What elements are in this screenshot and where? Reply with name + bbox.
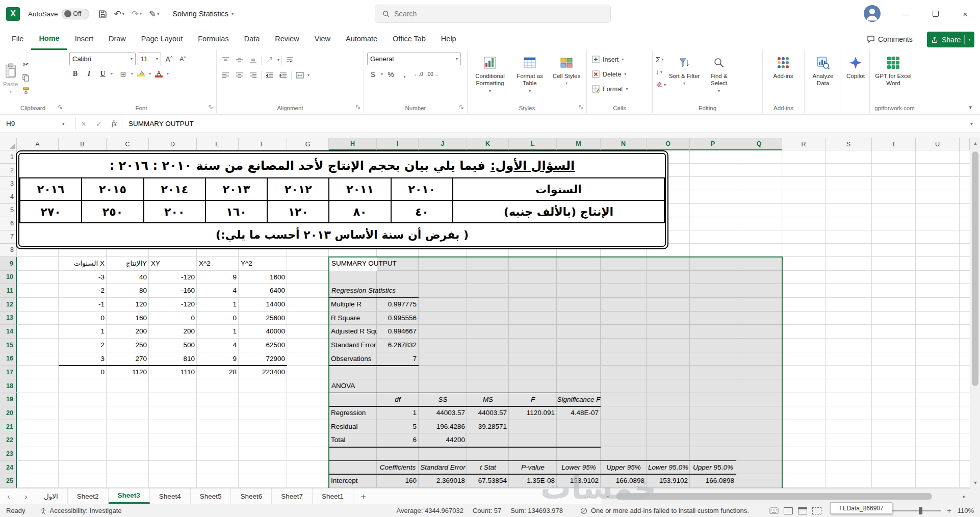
vertical-scroll-thumb[interactable] — [972, 151, 978, 386]
borders-button[interactable]: ⊞ — [117, 68, 129, 80]
column-header-Q[interactable]: Q — [736, 138, 782, 150]
alignment-dialog-launcher[interactable] — [355, 105, 362, 111]
conditional-formatting-button[interactable]: Conditional Formatting ▾ — [471, 53, 509, 94]
tab-formulas[interactable]: Formulas — [190, 28, 236, 50]
maximize-button[interactable] — [921, 0, 950, 28]
cell-styles-caret-icon[interactable]: ▾ — [565, 81, 568, 86]
align-middle-button[interactable] — [234, 54, 245, 66]
format-painter-button[interactable] — [20, 85, 32, 97]
save-button[interactable] — [98, 10, 107, 18]
tab-help[interactable]: Help — [433, 28, 464, 50]
undo-caret-icon[interactable]: ▾ — [122, 12, 124, 16]
zoom-slider-thumb[interactable] — [919, 507, 922, 514]
cell-E11[interactable]: 4 — [197, 284, 239, 298]
addin-warning[interactable]: One or more add-ins failed to install cu… — [580, 507, 749, 514]
vertical-scrollbar[interactable]: ▲ ▼ — [970, 138, 980, 488]
cell-E10[interactable]: 9 — [197, 271, 239, 285]
cell-H13[interactable]: R Square — [329, 312, 377, 325]
copy-button[interactable] — [20, 72, 32, 84]
cell-D13[interactable]: 0 — [149, 312, 197, 325]
column-header-B[interactable]: B — [59, 138, 107, 150]
align-right-button[interactable] — [247, 69, 259, 81]
insert-caret-icon[interactable]: ▾ — [622, 57, 624, 62]
row-header-7[interactable]: 7 — [0, 230, 17, 244]
cell-B16[interactable]: 3 — [59, 352, 107, 366]
sheet-tab-sheet2[interactable]: Sheet2 — [68, 488, 109, 504]
cell-I13[interactable]: 0.995556 — [377, 312, 419, 325]
fill-caret-icon[interactable]: ▾ — [660, 70, 662, 74]
cell-B12[interactable]: -1 — [59, 298, 107, 312]
cancel-entry-button[interactable]: × — [76, 120, 91, 128]
tab-draw[interactable]: Draw — [101, 28, 134, 50]
column-header-F[interactable]: F — [239, 138, 287, 150]
cell-I19[interactable]: df — [377, 393, 419, 407]
cell-J21[interactable]: 196.4286 — [419, 420, 467, 434]
autosum-button[interactable]: Σ▾ — [656, 54, 666, 65]
cell-N25[interactable]: 166.0898 — [601, 474, 647, 488]
insert-cells-button[interactable]: Insert▾ — [590, 53, 649, 66]
insert-function-button[interactable]: fx — [107, 120, 122, 128]
select-all-corner[interactable] — [0, 138, 17, 150]
row-header-2[interactable]: 2 — [0, 164, 17, 177]
delete-cells-button[interactable]: Delete▾ — [590, 67, 649, 81]
wrap-text-button[interactable] — [284, 54, 296, 66]
cell-J24[interactable]: Standard Error — [419, 461, 467, 475]
share-caret-icon[interactable]: ▾ — [968, 37, 970, 42]
column-header-N[interactable]: N — [601, 138, 647, 150]
cell-E13[interactable]: 0 — [197, 312, 239, 325]
row-header-22[interactable]: 22 — [0, 433, 17, 447]
cell-O25[interactable]: 153.9102 — [647, 474, 690, 488]
conditional-formatting-caret-icon[interactable]: ▾ — [489, 89, 491, 94]
document-title[interactable]: Solving Statistics▾ — [172, 10, 234, 18]
sheet-tab-menu-icon[interactable]: ⋯ — [584, 488, 591, 504]
clear-caret-icon[interactable]: ▾ — [664, 83, 666, 87]
accessibility-status[interactable]: Accessibility: Investigate — [40, 507, 122, 514]
font-color-button[interactable]: A — [153, 68, 165, 80]
cell-H14[interactable]: Adjusted R Square — [329, 325, 377, 339]
cell-H18[interactable]: ANOVA — [329, 379, 355, 393]
cell-F17[interactable]: 223400 — [239, 366, 287, 379]
increase-decimal-button[interactable]: ←.0 — [412, 68, 424, 80]
autosave-toggle[interactable]: AutoSave Off — [28, 9, 89, 19]
cell-K19[interactable]: MS — [467, 393, 509, 407]
formula-input[interactable]: SUMMARY OUTPUT — [128, 120, 194, 127]
cell-B14[interactable]: 1 — [59, 325, 107, 339]
cell-J20[interactable]: 44003.57 — [419, 406, 467, 420]
qat-caret-icon[interactable]: ▾ — [157, 12, 159, 16]
row-header-3[interactable]: 3 — [0, 177, 17, 190]
redo-button[interactable]: ↷▾ — [132, 9, 142, 19]
italic-button[interactable]: I — [83, 68, 95, 80]
normal-view-button[interactable] — [784, 507, 793, 514]
format-as-table-button[interactable]: Format as Table ▾ — [511, 53, 548, 94]
orientation-caret-icon[interactable]: ▾ — [277, 58, 279, 62]
row-header-19[interactable]: 19 — [0, 393, 17, 407]
row-header-21[interactable]: 21 — [0, 420, 17, 434]
fill-color-caret-icon[interactable]: ▾ — [149, 71, 151, 76]
align-left-button[interactable] — [220, 69, 231, 81]
find-select-caret-icon[interactable]: ▾ — [718, 89, 720, 94]
page-break-view-button[interactable] — [812, 507, 821, 514]
cell-H25[interactable]: Intercept — [329, 474, 377, 488]
cell-C11[interactable]: 80 — [107, 284, 149, 298]
copilot-button[interactable]: Copilot — [843, 53, 868, 80]
cell-I12[interactable]: 0.997775 — [377, 298, 419, 312]
cell-I15[interactable]: 6.267832 — [377, 339, 419, 352]
cell-M25[interactable]: 153.9102 — [557, 474, 601, 488]
column-header-D[interactable]: D — [149, 138, 197, 150]
cell-H21[interactable]: Residual — [329, 420, 377, 434]
tab-home[interactable]: Home — [31, 28, 67, 50]
format-as-table-caret-icon[interactable]: ▾ — [529, 89, 531, 94]
page-layout-view-button[interactable] — [798, 507, 807, 514]
sheet-scroll-right-icon[interactable]: › — [17, 488, 35, 504]
cell-B15[interactable]: 2 — [59, 339, 107, 352]
number-dialog-launcher[interactable] — [459, 105, 465, 111]
cell-P24[interactable]: Upper 95.0% — [690, 461, 736, 475]
row-header-15[interactable]: 15 — [0, 339, 17, 352]
format-cells-button[interactable]: Format▾ — [590, 82, 649, 96]
cell-J19[interactable]: SS — [419, 393, 467, 407]
cell-K24[interactable]: t Stat — [467, 461, 509, 475]
column-header-R[interactable]: R — [782, 138, 826, 150]
share-button[interactable]: Share ▾ — [927, 32, 974, 47]
status-sum[interactable]: Sum: 134693.978 — [510, 507, 563, 514]
column-header-C[interactable]: C — [107, 138, 149, 150]
